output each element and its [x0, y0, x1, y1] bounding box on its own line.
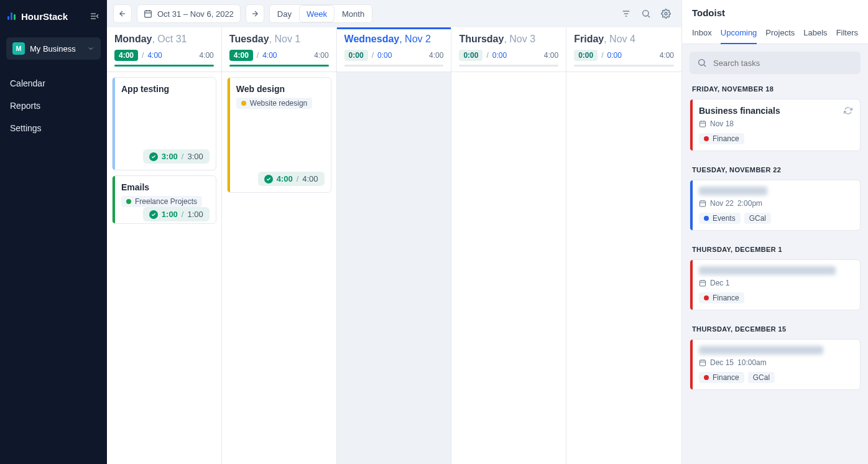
day-title: Tuesday, Nov 1 — [229, 34, 329, 45]
task-title — [699, 346, 823, 355]
day-column: Monday, Oct 314:00/4:004:00App testing3:… — [107, 27, 222, 464]
tab-upcoming[interactable]: Upcoming — [721, 23, 757, 44]
nav-reports[interactable]: Reports — [4, 95, 103, 117]
task-accent-bar — [113, 78, 115, 170]
day-body[interactable] — [451, 72, 566, 464]
scheduled-time: 0:00 — [492, 51, 507, 60]
day-body[interactable] — [337, 72, 451, 464]
day-progress-bar — [114, 65, 214, 67]
tab-projects[interactable]: Projects — [765, 23, 795, 44]
task-accent-bar — [690, 180, 693, 230]
task-time-pill: 4:00/4:00 — [258, 172, 325, 186]
svg-rect-17 — [700, 121, 706, 127]
task-meta: Dec 1 — [699, 279, 852, 287]
recurring-icon — [844, 106, 852, 115]
day-stats: 0:00/0:004:00 — [574, 50, 674, 61]
week-grid: Monday, Oct 314:00/4:004:00App testing3:… — [107, 27, 681, 464]
day-progress-bar — [574, 65, 674, 67]
check-icon — [264, 175, 273, 183]
view-week-button[interactable]: Week — [299, 5, 335, 22]
task-accent-bar — [228, 78, 230, 192]
day-column: Friday, Nov 40:00/0:004:00 — [566, 27, 681, 464]
primary-nav: Calendar Reports Settings — [0, 68, 107, 143]
view-month-button[interactable]: Month — [335, 5, 372, 22]
workspace-switcher[interactable]: M My Business — [6, 37, 101, 60]
task-title: Emails — [121, 182, 210, 192]
integration-tabs: InboxUpcomingProjectsLabelsFilters — [682, 21, 868, 44]
task-search[interactable] — [690, 52, 861, 74]
tab-filters[interactable]: Filters — [836, 23, 858, 44]
chevron-down-icon — [87, 45, 95, 52]
project-dot-icon — [241, 101, 246, 106]
chip-dot-icon — [704, 375, 709, 380]
day-header: Tuesday, Nov 14:00/4:004:00 — [222, 27, 336, 72]
gear-icon[interactable] — [660, 8, 672, 19]
capacity-time: 4:00 — [199, 51, 213, 60]
task-title — [699, 266, 836, 275]
date-range-button[interactable]: Oct 31 – Nov 6, 2022 — [137, 4, 241, 23]
filter-icon[interactable] — [621, 8, 632, 19]
scheduled-time: 0:00 — [607, 51, 622, 60]
day-header: Monday, Oct 314:00/4:004:00 — [107, 27, 221, 72]
day-progress-bar — [344, 65, 444, 67]
task-time-pill: 3:00/3:00 — [143, 149, 210, 164]
task-meta: Nov 18 — [699, 119, 852, 128]
logged-time-pill: 0:00 — [574, 50, 598, 61]
logged-time-pill: 0:00 — [459, 50, 482, 61]
task-group-heading: THURSDAY, DECEMBER 15 — [692, 325, 858, 333]
day-column: Thursday, Nov 30:00/0:004:00 — [451, 27, 566, 464]
svg-point-15 — [699, 60, 704, 65]
workspace-name: My Business — [30, 44, 82, 53]
tab-inbox[interactable]: Inbox — [692, 23, 712, 44]
todoist-task-card[interactable]: Nov 222:00pmEventsGCal — [690, 180, 861, 231]
search-icon[interactable] — [640, 8, 652, 19]
task-project-chip: Website redesign — [236, 98, 313, 109]
task-chip: Finance — [699, 133, 744, 144]
task-search-input[interactable] — [713, 58, 853, 68]
day-column: Wednesday, Nov 20:00/0:004:00 — [337, 27, 452, 464]
day-title: Thursday, Nov 3 — [459, 34, 558, 45]
view-day-button[interactable]: Day — [270, 5, 299, 22]
brand-name: HourStack — [21, 11, 68, 22]
task-card[interactable]: App testing3:00/3:00 — [112, 77, 216, 170]
svg-line-13 — [648, 16, 650, 17]
scheduled-time: 0:00 — [377, 51, 392, 60]
day-header: Friday, Nov 40:00/0:004:00 — [566, 27, 681, 72]
calendar-icon — [699, 279, 706, 287]
task-card[interactable]: Web designWebsite redesign4:00/4:00 — [227, 77, 331, 193]
next-week-button[interactable] — [246, 4, 264, 23]
day-title: Monday, Oct 31 — [114, 34, 214, 45]
task-card[interactable]: EmailsFreelance Projects1:00/1:00 — [112, 175, 216, 224]
view-switcher: DayWeekMonth — [269, 4, 372, 23]
todoist-task-card[interactable]: Business financialsNov 18Finance — [690, 99, 861, 151]
capacity-time: 4:00 — [660, 51, 674, 60]
nav-settings[interactable]: Settings — [4, 117, 103, 139]
calendar-icon — [699, 200, 706, 207]
collapse-sidebar-icon[interactable] — [90, 11, 99, 21]
check-icon — [149, 152, 158, 161]
brand-header: HourStack — [0, 0, 107, 32]
todoist-task-card[interactable]: Dec 1510:00amFinanceGCal — [690, 339, 861, 390]
task-group-heading: TUESDAY, NOVEMBER 22 — [692, 166, 858, 174]
tab-labels[interactable]: Labels — [803, 23, 827, 44]
day-body[interactable]: Web designWebsite redesign4:00/4:00 — [222, 72, 336, 464]
integration-body: FRIDAY, NOVEMBER 18Business financialsNo… — [682, 44, 868, 464]
task-title: App testing — [121, 84, 210, 94]
day-body[interactable] — [566, 72, 681, 464]
task-project-chip: Freelance Projects — [121, 196, 202, 207]
right-sidebar: Todoist InboxUpcomingProjectsLabelsFilte… — [681, 0, 868, 464]
nav-calendar[interactable]: Calendar — [4, 72, 103, 95]
prev-week-button[interactable] — [113, 4, 132, 23]
logged-time-pill: 0:00 — [344, 50, 368, 61]
day-progress-bar — [459, 65, 558, 67]
todoist-task-card[interactable]: Dec 1Finance — [690, 259, 861, 310]
day-stats: 0:00/0:004:00 — [459, 50, 558, 61]
day-body[interactable]: App testing3:00/3:00EmailsFreelance Proj… — [107, 72, 221, 464]
capacity-time: 4:00 — [429, 51, 443, 60]
workspace-badge: M — [12, 42, 25, 55]
day-stats: 0:00/0:004:00 — [344, 50, 444, 61]
capacity-time: 4:00 — [314, 51, 328, 60]
day-stats: 4:00/4:004:00 — [229, 50, 329, 61]
scheduled-time: 4:00 — [147, 51, 162, 60]
svg-line-16 — [704, 65, 706, 67]
